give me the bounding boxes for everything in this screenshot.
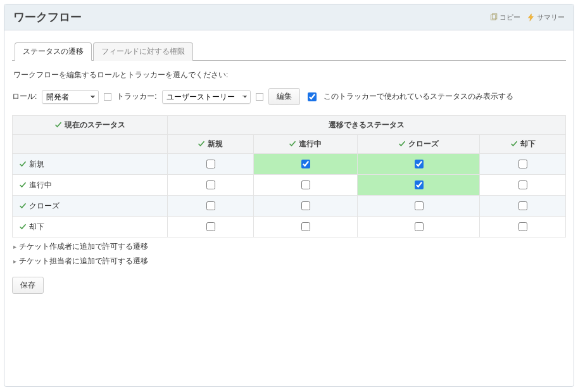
role-multi-toggle[interactable] xyxy=(104,93,111,101)
transition-cell xyxy=(167,175,253,196)
chevron-right-icon: ▸ xyxy=(13,258,16,265)
transition-cell xyxy=(358,196,480,217)
tab-field-permissions[interactable]: フィールドに対する権限 xyxy=(93,42,193,61)
transition-checkbox[interactable] xyxy=(415,160,424,168)
transition-checkbox[interactable] xyxy=(301,222,310,231)
col-header[interactable]: 新規 xyxy=(167,135,253,154)
edit-button[interactable]: 編集 xyxy=(268,88,300,105)
only-used-label: このトラッカーで使われているステータスのみ表示する xyxy=(324,91,513,102)
transition-cell xyxy=(480,217,566,237)
table-row: 却下 xyxy=(13,217,566,237)
grid-column-headers: 新規 進行中 クローズ 却下 xyxy=(13,135,566,154)
collapsible-author-transitions[interactable]: ▸ チケット作成者に追加で許可する遷移 xyxy=(12,241,566,252)
transition-cell xyxy=(167,217,253,237)
transition-cell xyxy=(480,196,566,217)
transition-checkbox[interactable] xyxy=(206,222,215,231)
check-icon xyxy=(510,139,520,148)
workflow-panel: ワークフロー コピー サマリー ステータスの遷移 フィールドに対する権限 ワーク… xyxy=(4,4,574,387)
transition-checkbox[interactable] xyxy=(415,180,424,189)
check-icon xyxy=(19,222,29,231)
header-actions: コピー サマリー xyxy=(489,13,565,22)
check-icon xyxy=(54,120,65,129)
tab-status-transitions[interactable]: ステータスの遷移 xyxy=(15,42,92,61)
save-button[interactable]: 保存 xyxy=(12,277,44,294)
transition-checkbox[interactable] xyxy=(301,160,310,168)
check-icon xyxy=(19,160,29,168)
transition-cell xyxy=(358,154,480,175)
copy-link[interactable]: コピー xyxy=(489,13,520,22)
transition-cell xyxy=(253,217,357,237)
transition-checkbox[interactable] xyxy=(301,201,310,210)
transition-checkbox[interactable] xyxy=(206,180,215,189)
row-header[interactable]: 進行中 xyxy=(13,175,168,196)
row-header[interactable]: 新規 xyxy=(13,154,168,175)
page-title: ワークフロー xyxy=(13,9,82,25)
table-row: 進行中 xyxy=(13,175,566,196)
table-row: 新規 xyxy=(13,154,566,175)
tabs: ステータスの遷移 フィールドに対する権限 xyxy=(12,42,566,61)
chevron-right-icon: ▸ xyxy=(13,243,16,250)
copy-icon xyxy=(489,13,498,22)
grid-header-allowed: 遷移できるステータス xyxy=(167,116,565,135)
transition-checkbox[interactable] xyxy=(206,201,215,210)
col-header[interactable]: クローズ xyxy=(358,135,480,154)
lightning-icon xyxy=(527,13,535,22)
tracker-select[interactable]: ユーザーストーリー xyxy=(162,90,251,104)
collapsible-assignee-transitions[interactable]: ▸ チケット担当者に追加で許可する遷移 xyxy=(12,256,566,267)
tracker-label: トラッカー: xyxy=(116,91,156,102)
transition-checkbox[interactable] xyxy=(518,180,527,189)
role-select[interactable]: 開発者 xyxy=(42,90,99,104)
transition-cell xyxy=(253,196,357,217)
filter-bar: ロール: 開発者 トラッカー: ユーザーストーリー 編集 このトラッカーで使われ… xyxy=(12,88,566,105)
tracker-multi-toggle[interactable] xyxy=(256,93,263,101)
col-header[interactable]: 却下 xyxy=(480,135,566,154)
transition-checkbox[interactable] xyxy=(415,201,424,210)
transition-cell xyxy=(253,154,357,175)
check-icon xyxy=(19,201,29,210)
table-row: クローズ xyxy=(13,196,566,217)
transition-checkbox[interactable] xyxy=(518,201,527,210)
role-label: ロール: xyxy=(12,91,37,102)
instruction-text: ワークフローを編集するロールとトラッカーを選んでください: xyxy=(13,70,565,80)
summary-link[interactable]: サマリー xyxy=(527,13,565,22)
only-used-checkbox[interactable] xyxy=(308,92,317,101)
check-icon xyxy=(19,180,29,189)
check-icon xyxy=(398,139,408,148)
transition-cell xyxy=(480,175,566,196)
transition-cell xyxy=(358,217,480,237)
transition-checkbox[interactable] xyxy=(206,160,215,168)
copy-label: コピー xyxy=(499,13,520,22)
row-header[interactable]: クローズ xyxy=(13,196,168,217)
transition-cell xyxy=(167,154,253,175)
transition-checkbox[interactable] xyxy=(518,222,527,231)
transition-cell xyxy=(480,154,566,175)
transition-checkbox[interactable] xyxy=(415,222,424,231)
transition-cell xyxy=(167,196,253,217)
row-header[interactable]: 却下 xyxy=(13,217,168,237)
transition-checkbox[interactable] xyxy=(518,160,527,168)
transition-checkbox[interactable] xyxy=(301,180,310,189)
transition-cell xyxy=(253,175,357,196)
grid-header-current: 現在のステータス xyxy=(13,116,168,135)
check-icon xyxy=(289,139,299,148)
transition-grid: 現在のステータス 遷移できるステータス 新規 進行中 クローズ 却下 新規進行中… xyxy=(12,115,566,237)
check-icon xyxy=(198,139,208,148)
panel-body: ステータスの遷移 フィールドに対する権限 ワークフローを編集するロールとトラッカ… xyxy=(4,30,574,304)
transition-cell xyxy=(358,175,480,196)
panel-header: ワークフロー コピー サマリー xyxy=(4,4,574,30)
summary-label: サマリー xyxy=(537,13,565,22)
col-header[interactable]: 進行中 xyxy=(253,135,357,154)
